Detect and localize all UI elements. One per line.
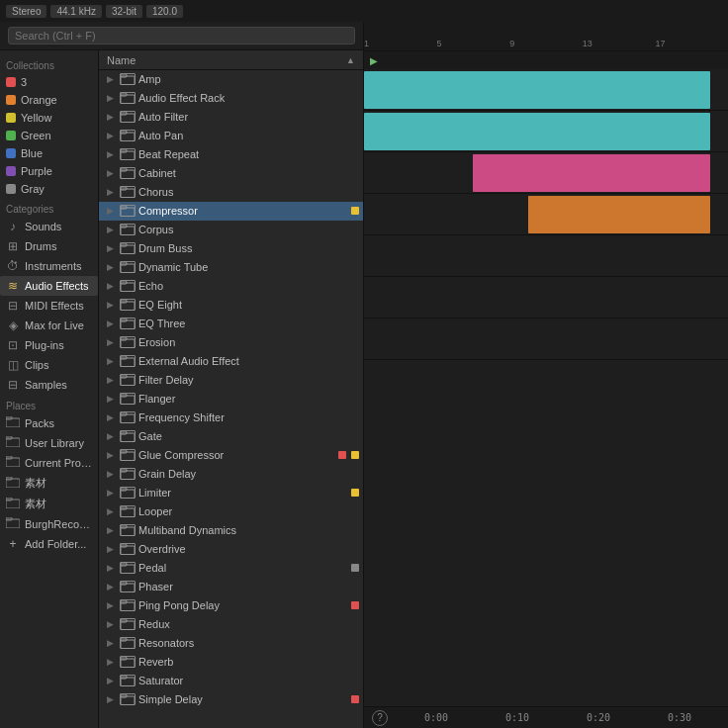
file-row-erosion[interactable]: ▶Erosion — [99, 333, 363, 352]
file-row-overdrive[interactable]: ▶Overdrive — [99, 540, 363, 559]
file-item-name: Overdrive — [138, 543, 359, 555]
file-row-compressor[interactable]: ▶Compressor — [99, 202, 363, 221]
file-row-frequency-shifter[interactable]: ▶Frequency Shifter — [99, 409, 363, 427]
plug-ins-icon: ⊡ — [6, 338, 20, 352]
file-row-looper[interactable]: ▶Looper — [99, 502, 363, 521]
file-row-drum-buss[interactable]: ▶Drum Buss — [99, 239, 363, 258]
file-row-gate[interactable]: ▶Gate — [99, 427, 363, 446]
file-row-chorus[interactable]: ▶Chorus — [99, 183, 363, 202]
file-row-corpus[interactable]: ▶Corpus — [99, 221, 363, 239]
file-item-name: Pedal — [138, 562, 348, 574]
sidebar-item-drums[interactable]: ⊞Drums — [0, 236, 98, 256]
help-button[interactable]: ? — [372, 710, 388, 726]
file-row-redux[interactable]: ▶Redux — [99, 615, 363, 634]
sidebar-item-burgh-records[interactable]: BurghRecords – — [0, 514, 98, 534]
file-row-glue-compressor[interactable]: ▶Glue Compressor — [99, 446, 363, 465]
folder-icon — [120, 562, 136, 574]
track-lane-6[interactable] — [364, 318, 728, 360]
file-item-name: Saturator — [138, 675, 359, 686]
track-lane-2[interactable] — [364, 152, 728, 194]
file-row-cabinet[interactable]: ▶Cabinet — [99, 164, 363, 183]
sidebar-item-label-samples: Samples — [25, 379, 67, 391]
sidebar-item-midi-effects[interactable]: ⊟MIDI Effects — [0, 296, 98, 316]
sidebar-item-clips[interactable]: ◫Clips — [0, 355, 98, 375]
sidebar-item-col-blue[interactable]: Blue — [0, 144, 98, 162]
file-row-amp[interactable]: ▶Amp — [99, 70, 363, 89]
file-row-reverb[interactable]: ▶Reverb — [99, 653, 363, 672]
play-indicator-icon: ▶ — [370, 55, 378, 66]
file-row-ping-pong-delay[interactable]: ▶Ping Pong Delay — [99, 596, 363, 615]
sidebar-item-sounds[interactable]: ♪Sounds — [0, 217, 98, 236]
sidebar-item-user-library[interactable]: User Library — [0, 433, 98, 453]
file-list-header: Name ▲ — [99, 50, 363, 70]
sidebar-item-label-user-library: User Library — [25, 437, 84, 449]
file-row-saturator[interactable]: ▶Saturator — [99, 672, 363, 690]
sidebar-item-max-for-live[interactable]: ◈Max for Live — [0, 316, 98, 335]
expand-arrow: ▶ — [107, 375, 117, 385]
file-row-eq-eight[interactable]: ▶EQ Eight — [99, 296, 363, 315]
sidebar-item-packs[interactable]: Packs — [0, 413, 98, 433]
folder-icon — [120, 618, 136, 630]
file-row-dynamic-tube[interactable]: ▶Dynamic Tube — [99, 258, 363, 277]
file-row-limiter[interactable]: ▶Limiter — [99, 484, 363, 502]
folder-icon — [120, 280, 136, 292]
sidebar-item-素材2[interactable]: 素材 — [0, 494, 98, 514]
sidebar-item-current-project[interactable]: Current Project — [0, 453, 98, 473]
sidebar-item-samples[interactable]: ⊟Samples — [0, 375, 98, 395]
folder-icon — [120, 336, 136, 348]
file-row-echo[interactable]: ▶Echo — [99, 277, 363, 296]
sidebar-item-col-purple[interactable]: Purple — [0, 162, 98, 180]
sidebar-item-col-gray[interactable]: Gray — [0, 180, 98, 198]
file-row-beat-repeat[interactable]: ▶Beat Repeat — [99, 145, 363, 164]
folder-icon — [120, 111, 136, 123]
bottom-time-marker: 0:20 — [587, 712, 610, 723]
sidebar-item-素材1[interactable]: 素材 — [0, 473, 98, 494]
sidebar-item-audio-effects[interactable]: ≋Audio Effects — [0, 276, 98, 296]
file-row-phaser[interactable]: ▶Phaser — [99, 578, 363, 596]
track-lane-1[interactable] — [364, 111, 728, 152]
track-lane-3[interactable] — [364, 194, 728, 235]
file-row-filter-delay[interactable]: ▶Filter Delay — [99, 371, 363, 390]
track-lane-5[interactable] — [364, 277, 728, 318]
expand-arrow: ▶ — [107, 300, 117, 310]
folder-icon — [120, 130, 136, 141]
file-row-resonators[interactable]: ▶Resonators — [99, 634, 363, 653]
file-item-name: Compressor — [138, 205, 348, 217]
folder-icon — [120, 92, 136, 104]
sidebar-item-col-yellow[interactable]: Yellow — [0, 109, 98, 127]
file-row-auto-pan[interactable]: ▶Auto Pan — [99, 127, 363, 145]
expand-arrow: ▶ — [107, 149, 117, 159]
sidebar-item-instruments[interactable]: ⏱Instruments — [0, 256, 98, 276]
sidebar-item-add-folder[interactable]: +Add Folder... — [0, 534, 98, 554]
sidebar-item-col-green[interactable]: Green — [0, 127, 98, 144]
file-row-external-audio-effect[interactable]: ▶External Audio Effect — [99, 352, 363, 371]
file-row-grain-delay[interactable]: ▶Grain Delay — [99, 465, 363, 484]
sidebar-item-label-素材2: 素材 — [25, 497, 46, 511]
file-item-name: Amp — [138, 73, 359, 85]
sidebar-item-plug-ins[interactable]: ⊡Plug-ins — [0, 335, 98, 355]
file-row-multiband-dynamics[interactable]: ▶Multiband Dynamics — [99, 521, 363, 540]
folder-icon — [120, 524, 136, 536]
file-row-flanger[interactable]: ▶Flanger — [99, 390, 363, 409]
file-row-pedal[interactable]: ▶Pedal — [99, 559, 363, 578]
file-item-name: Audio Effect Rack — [138, 92, 359, 104]
instruments-icon: ⏱ — [6, 259, 20, 273]
file-row-simple-delay[interactable]: ▶Simple Delay — [99, 690, 363, 709]
track-lane-0[interactable] — [364, 69, 728, 111]
search-input[interactable] — [8, 27, 355, 45]
file-list: Name ▲ ▶Amp▶Audio Effect Rack▶Auto Filte… — [99, 50, 363, 728]
file-row-eq-three[interactable]: ▶EQ Three — [99, 315, 363, 333]
sidebar-item-col-3[interactable]: 3 — [0, 73, 98, 91]
file-row-audio-effect-rack[interactable]: ▶Audio Effect Rack — [99, 89, 363, 108]
expand-arrow: ▶ — [107, 225, 117, 234]
file-item-name: Drum Buss — [138, 242, 359, 254]
sidebar-item-label-素材1: 素材 — [25, 476, 46, 491]
track-lane-4[interactable] — [364, 235, 728, 277]
file-item-name: Echo — [138, 280, 359, 292]
midi-effects-icon: ⊟ — [6, 299, 20, 313]
sort-icon[interactable]: ▲ — [346, 55, 355, 65]
sidebar-item-col-orange[interactable]: Orange — [0, 91, 98, 109]
folder-icon — [120, 261, 136, 273]
color-dot-col-3 — [6, 77, 16, 87]
file-row-auto-filter[interactable]: ▶Auto Filter — [99, 108, 363, 127]
